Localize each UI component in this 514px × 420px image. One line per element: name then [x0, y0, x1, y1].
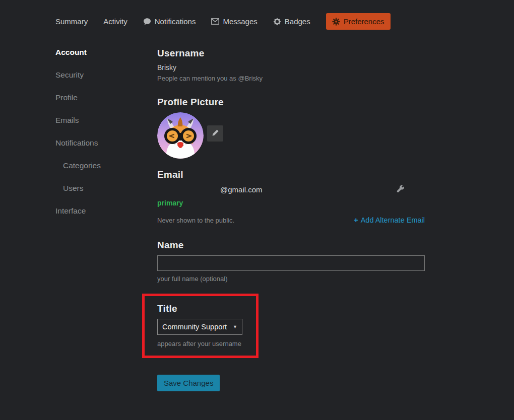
- gear-icon: [332, 18, 340, 26]
- pencil-icon: [212, 129, 219, 138]
- sidebar-item-emails[interactable]: Emails: [55, 116, 157, 125]
- username-value: Brisky: [157, 63, 425, 72]
- add-alternate-email-label: Add Alternate Email: [361, 216, 425, 224]
- username-section: Username Brisky People can mention you a…: [157, 48, 425, 82]
- profile-picture-avatar[interactable]: [157, 112, 204, 159]
- title-selected-option: Community Support: [162, 323, 227, 331]
- sidebar-item-interface[interactable]: Interface: [55, 206, 157, 216]
- email-value: @gmail.com: [157, 185, 263, 194]
- tab-label: Notifications: [155, 17, 196, 26]
- email-hint: Never shown to the public.: [157, 217, 234, 224]
- speech-bubble-icon: [143, 18, 151, 26]
- plus-icon: +: [354, 216, 358, 224]
- profile-picture-heading: Profile Picture: [157, 97, 425, 108]
- save-changes-button[interactable]: Save Changes: [157, 375, 220, 391]
- badge-icon: [273, 18, 281, 26]
- sidebar-item-notifications[interactable]: Notifications: [55, 138, 157, 148]
- tab-messages[interactable]: Messages: [211, 17, 257, 26]
- tab-label: Badges: [285, 17, 310, 26]
- preferences-page: Summary Activity Notifications Messages …: [0, 0, 514, 391]
- title-select[interactable]: Community Support ▼: [157, 319, 242, 335]
- tab-label: Preferences: [344, 17, 384, 26]
- edit-email-button[interactable]: [397, 185, 425, 194]
- sidebar-item-profile[interactable]: Profile: [55, 93, 157, 102]
- annotation-highlight-box: Title Community Support ▼ appears after …: [142, 294, 259, 358]
- edit-avatar-button[interactable]: [207, 125, 223, 142]
- username-hint: People can mention you as @Brisky: [157, 75, 425, 82]
- tab-activity[interactable]: Activity: [103, 17, 127, 26]
- title-heading: Title: [157, 303, 256, 314]
- email-primary-badge: primary: [157, 199, 425, 207]
- tab-label: Messages: [223, 17, 257, 26]
- tab-badges[interactable]: Badges: [273, 17, 310, 26]
- title-hint: appears after your username: [157, 340, 256, 347]
- username-heading: Username: [157, 48, 425, 59]
- sidebar-item-users[interactable]: Users: [55, 184, 157, 193]
- profile-picture-section: Profile Picture: [157, 97, 425, 159]
- wrench-icon: [397, 185, 405, 194]
- email-section: Email @gmail.com primary Never shown to …: [157, 169, 425, 224]
- envelope-icon: [211, 18, 219, 25]
- name-hint: your full name (optional): [157, 275, 425, 283]
- account-settings-main: Username Brisky People can mention you a…: [157, 48, 425, 391]
- full-name-input[interactable]: [157, 255, 425, 271]
- tab-preferences[interactable]: Preferences: [326, 13, 391, 30]
- email-heading: Email: [157, 169, 425, 180]
- add-alternate-email-link[interactable]: + Add Alternate Email: [354, 216, 425, 224]
- title-section: Title Community Support ▼ appears after …: [157, 303, 256, 347]
- name-heading: Name: [157, 240, 425, 251]
- sidebar-item-account[interactable]: Account: [55, 48, 157, 57]
- sidebar-item-categories[interactable]: Categories: [55, 161, 157, 170]
- tab-summary[interactable]: Summary: [55, 17, 88, 26]
- tab-notifications[interactable]: Notifications: [143, 17, 196, 26]
- chevron-down-icon: ▼: [233, 324, 237, 329]
- name-section: Name your full name (optional): [157, 240, 425, 283]
- sidebar-item-security[interactable]: Security: [55, 71, 157, 80]
- user-profile-nav: Summary Activity Notifications Messages …: [55, 13, 514, 30]
